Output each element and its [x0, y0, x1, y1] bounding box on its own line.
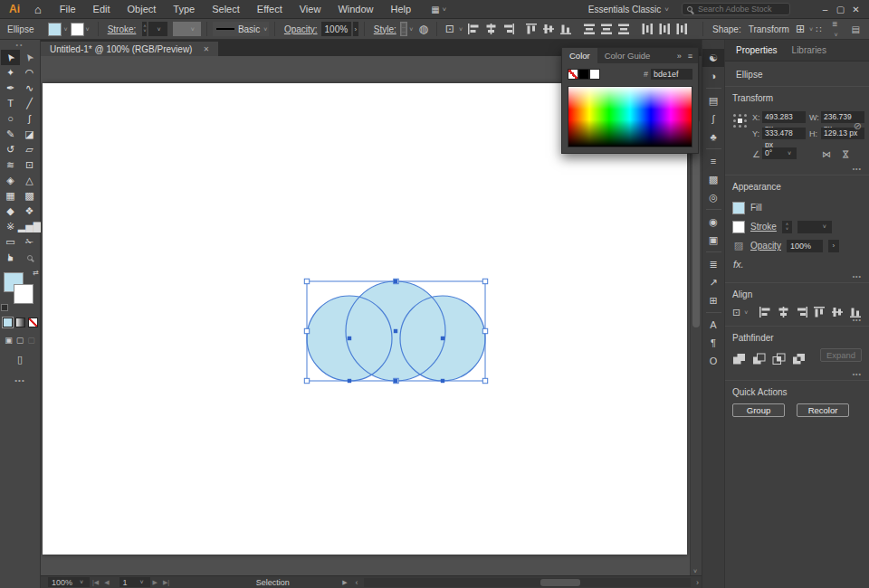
transform-label[interactable]: Transform: [749, 24, 789, 34]
transparency-panel-icon[interactable]: ◎: [702, 188, 725, 206]
stroke-weight-stepper[interactable]: ˄ ˅: [142, 22, 147, 36]
align-right-icon[interactable]: [795, 306, 808, 318]
selection-handle-7[interactable]: [482, 378, 487, 383]
maximize-button[interactable]: ▢: [833, 5, 848, 14]
draw-inside-icon[interactable]: ▢: [27, 336, 35, 345]
horizontal-scrollbar[interactable]: [364, 578, 691, 587]
anchor-point-1[interactable]: [394, 329, 397, 333]
chevron-down-icon[interactable]: ˅: [86, 26, 90, 33]
align-bottom-icon[interactable]: [559, 23, 573, 35]
fill-color-swatch[interactable]: [48, 23, 62, 36]
none-swatch[interactable]: [568, 69, 578, 80]
tab-color-guide[interactable]: Color Guide: [597, 48, 658, 63]
y-field[interactable]: 333.478 px: [762, 128, 806, 139]
more-options-icon[interactable]: •••: [853, 317, 862, 323]
align-center-icon[interactable]: [484, 23, 498, 35]
chevron-down-icon[interactable]: ˅: [63, 26, 67, 33]
expand-button[interactable]: Expand: [820, 348, 862, 362]
dist-right-icon[interactable]: [675, 23, 689, 35]
brush-definition-select[interactable]: Basic ˅: [213, 22, 269, 36]
stroke-weight-select[interactable]: ˅: [797, 221, 832, 233]
align-top-icon[interactable]: [813, 306, 826, 318]
document-tab[interactable]: Untitled-1* @ 100% (RGB/Preview) ✕: [41, 42, 218, 58]
swatches-panel-icon[interactable]: ▤: [702, 91, 725, 109]
stroke-weight-select[interactable]: ˅: [148, 22, 167, 36]
opacity-label[interactable]: Opacity:: [284, 24, 318, 34]
direct-selection-tool[interactable]: ➤: [20, 50, 39, 65]
pen-tool[interactable]: ✒: [1, 81, 20, 96]
menu-object[interactable]: Object: [128, 4, 157, 14]
flip-horizontal-icon[interactable]: ⋈: [822, 149, 831, 159]
opacity-field[interactable]: 100%: [321, 22, 352, 36]
more-options-icon[interactable]: •••: [853, 371, 862, 377]
effects-button[interactable]: fx.: [733, 259, 862, 270]
chevron-down-icon[interactable]: ˅: [459, 26, 463, 33]
width-tool-tool[interactable]: ≋: [1, 157, 20, 173]
stroke-panel-icon[interactable]: ≡: [702, 152, 725, 170]
perspective-grid-tool[interactable]: △: [20, 173, 39, 188]
dist-hcenter-icon[interactable]: [658, 23, 672, 35]
align-middle-icon[interactable]: [831, 306, 845, 318]
arrange-icon[interactable]: ≡ ˅: [832, 19, 840, 39]
menu-file[interactable]: File: [60, 4, 76, 14]
color-spectrum[interactable]: [568, 86, 692, 147]
tab-properties[interactable]: Properties: [736, 45, 778, 55]
chevron-down-icon[interactable]: ˅: [809, 26, 813, 33]
x-field[interactable]: 493.283 px: [762, 111, 806, 123]
menu-effect[interactable]: Effect: [257, 4, 282, 14]
selection-tool[interactable]: ➤: [1, 50, 20, 65]
close-tab-icon[interactable]: ✕: [203, 45, 209, 53]
asset-export-panel-icon[interactable]: ↗: [702, 273, 725, 291]
pathfinder-minus-front-icon[interactable]: [752, 353, 766, 365]
workspace-name[interactable]: Essentials Classic: [588, 5, 662, 14]
stroke-swatch[interactable]: [14, 284, 33, 304]
anchor-point-4[interactable]: [394, 379, 397, 383]
anchor-point-0[interactable]: [348, 337, 351, 340]
anchor-point-5[interactable]: [441, 379, 444, 383]
dist-left-icon[interactable]: [641, 23, 654, 35]
reference-point-selector[interactable]: [732, 113, 748, 128]
layers-panel-icon[interactable]: ≣: [702, 255, 725, 273]
search-input[interactable]: [696, 4, 785, 14]
pathfinder-exclude-icon[interactable]: [792, 353, 806, 365]
color-panel-icon[interactable]: ☯: [702, 49, 725, 67]
scroll-right-icon[interactable]: ›: [696, 578, 699, 587]
type-tool[interactable]: T: [1, 96, 20, 111]
opacity-expand-icon[interactable]: ›: [828, 240, 839, 252]
align-center-icon[interactable]: [777, 306, 790, 318]
stroke-color-swatch[interactable]: [71, 23, 84, 36]
align-to-select[interactable]: ⊡ ˅: [732, 307, 750, 318]
adobe-stock-search[interactable]: [682, 3, 790, 15]
stroke-swatch[interactable]: [732, 221, 745, 233]
artboard-navigation-select[interactable]: 1 ˅: [119, 577, 150, 587]
dist-top-icon[interactable]: [583, 23, 597, 35]
reference-point-7[interactable]: [739, 125, 741, 128]
link-dimensions-icon[interactable]: ⊘: [854, 120, 862, 132]
slice-tool[interactable]: ✁: [20, 234, 39, 250]
free-transform-tool[interactable]: ⊡: [20, 157, 39, 173]
reference-point-3[interactable]: [733, 119, 736, 122]
blend-tool[interactable]: ❖: [20, 204, 39, 219]
width-profile-select[interactable]: ˅: [173, 22, 201, 36]
paintbrush-tool[interactable]: ʃ: [20, 111, 39, 127]
artboard-tool-tool[interactable]: ▭: [1, 234, 20, 250]
rotate-tool[interactable]: ↺: [1, 142, 20, 157]
anchor-point-3[interactable]: [348, 379, 351, 383]
graphic-style-swatch[interactable]: [400, 22, 408, 36]
hex-field[interactable]: bde1ef: [651, 69, 692, 80]
dist-vcenter-icon[interactable]: [600, 23, 614, 35]
reference-point-1[interactable]: [739, 114, 741, 117]
scroll-down-icon[interactable]: ˅: [693, 568, 697, 574]
stroke-weight-stepper[interactable]: ˄ ˅: [782, 221, 792, 233]
none-button[interactable]: [28, 318, 38, 327]
screen-mode-icon[interactable]: ▯: [0, 354, 40, 365]
reference-point-8[interactable]: [744, 125, 747, 128]
graphic-styles-panel-icon[interactable]: ▣: [702, 231, 725, 249]
menu-edit[interactable]: Edit: [93, 4, 110, 14]
more-options-icon[interactable]: •••: [853, 166, 862, 172]
collapse-panel-icon[interactable]: »: [677, 52, 682, 61]
last-artboard-icon[interactable]: ▶|: [163, 579, 169, 586]
selection-handle-5[interactable]: [304, 378, 309, 383]
pencil-tool[interactable]: ✎: [1, 127, 20, 142]
tab-libraries[interactable]: Libraries: [792, 45, 826, 55]
